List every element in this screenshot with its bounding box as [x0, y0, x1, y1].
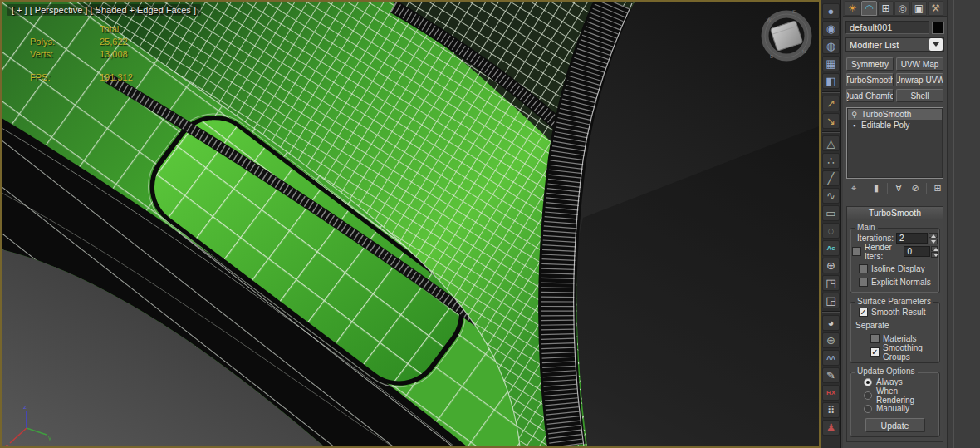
smoothing-groups-checkbox[interactable]: [870, 347, 880, 357]
render-iters-label: Render Iters:: [865, 243, 901, 261]
stack-item-editable-poly[interactable]: ▪ Editable Poly: [848, 120, 942, 130]
update-options-group: Update Options Always When Rendering Man…: [850, 372, 940, 437]
remove-modifier-icon[interactable]: ⊘: [909, 183, 921, 194]
iterations-label: Iterations:: [857, 234, 894, 243]
always-radio[interactable]: [864, 378, 872, 386]
object-name-field[interactable]: default001: [845, 21, 929, 34]
circle-icon[interactable]: ◌: [822, 223, 840, 239]
stack-item-label: Editable Poly: [861, 121, 909, 130]
unwrap-uvw-button[interactable]: Unwrap UVW: [896, 73, 943, 86]
axis-y-label: y: [48, 434, 51, 441]
smooth-result-checkbox[interactable]: [859, 308, 868, 317]
pin-stack-icon[interactable]: ⌖: [848, 183, 860, 194]
hand-pen-icon[interactable]: ✎: [822, 367, 840, 383]
geosphere-icon[interactable]: ◉: [822, 21, 840, 37]
axis-x-label: x: [5, 442, 8, 446]
stats-polys-value: 25,622: [100, 36, 128, 48]
axis-letters-icon[interactable]: RX: [822, 385, 840, 401]
isoline-display-checkbox[interactable]: [859, 264, 868, 273]
scripts-toolbar: ● ◉ ◍ ▦ ◧ ↗ ↘ △ ∴ ╱ ∿ ▭ ◌ Ac ⊕ ◳ ◲ ◕ ⊕ Λ…: [821, 0, 841, 448]
stats-fps-label: FPS:: [30, 71, 100, 84]
sphere-icon[interactable]: ●: [822, 3, 840, 19]
smooth-result-label: Smooth Result: [871, 308, 926, 317]
tab-display[interactable]: ▣: [911, 1, 927, 16]
tab-modify[interactable]: ◠: [861, 1, 877, 16]
display-icon: ▣: [914, 2, 924, 14]
main-group: Main Iterations: 2 Render Iters: 0 Isoli…: [850, 228, 940, 293]
text-tool-icon[interactable]: Ac: [822, 240, 840, 256]
viewcube-south-label[interactable]: S: [792, 9, 796, 14]
viewcube-north-label[interactable]: N: [802, 49, 806, 54]
line-icon[interactable]: ╱: [822, 170, 840, 186]
viewcube-west-label[interactable]: W: [767, 17, 772, 22]
dot-grid-icon[interactable]: ⠿: [822, 402, 840, 418]
sphere-array-icon[interactable]: ◕: [822, 315, 840, 331]
update-options-label: Update Options: [855, 367, 918, 376]
manually-radio[interactable]: [864, 405, 872, 413]
object-color-swatch[interactable]: [932, 22, 944, 34]
mouse-tool-icon[interactable]: ◳: [822, 275, 840, 291]
isoline-display-label: Isoline Display: [871, 264, 924, 273]
tab-motion[interactable]: ◎: [894, 1, 910, 16]
stack-item-turbosmooth[interactable]: ⚲ TurboSmooth: [848, 109, 942, 120]
stats-total-label: Total: [100, 23, 119, 36]
sphere-add-icon[interactable]: ⊕: [822, 332, 840, 348]
box-icon[interactable]: ◧: [822, 73, 840, 89]
turbosmooth-button[interactable]: TurboSmooth: [846, 73, 894, 86]
materials-checkbox[interactable]: [870, 334, 880, 343]
perspective-viewport[interactable]: W S N E z x y [ + ] [ Perspective ] [ Sh…: [0, 0, 821, 448]
iterations-spinner[interactable]: [929, 233, 938, 244]
uvw-map-button[interactable]: UVW Map: [896, 57, 943, 71]
hierarchy-icon: ⊞: [881, 2, 889, 14]
sparkle-icon[interactable]: ∴: [822, 153, 840, 169]
stack-toolbar: ⌖ ▮ ∀ ⊘ ⊞: [848, 181, 943, 194]
stats-fps-value: 191.312: [100, 71, 133, 84]
tab-create[interactable]: ☀: [845, 1, 860, 16]
panel-gutter: [947, 0, 980, 448]
symmetry-button[interactable]: Symmetry: [846, 57, 894, 71]
export-crate-icon[interactable]: ↗: [822, 96, 840, 111]
modifier-list-dropdown[interactable]: Modifier List: [845, 37, 944, 52]
chevron-down-icon[interactable]: [929, 38, 943, 51]
shell-button[interactable]: Shell: [896, 89, 943, 102]
render-iters-spinner[interactable]: [931, 246, 938, 258]
create-icon: ☀: [848, 2, 857, 14]
mouse-tool2-icon[interactable]: ◲: [822, 293, 840, 308]
rollout-header[interactable]: - TurboSmooth: [847, 207, 943, 219]
quad-chamfer-button[interactable]: Quad Chamfer: [846, 89, 894, 102]
rectangle-icon[interactable]: ▭: [822, 205, 840, 221]
grid-array-icon[interactable]: ▦: [822, 56, 840, 71]
biped-icon[interactable]: ΛΛ: [822, 350, 840, 366]
make-unique-icon[interactable]: ∀: [893, 183, 904, 194]
spline-curve-icon[interactable]: ∿: [822, 188, 840, 204]
surface-parameters-label: Surface Parameters: [855, 297, 933, 306]
collapse-icon[interactable]: -: [847, 208, 859, 218]
crosshair-icon[interactable]: ⊕: [822, 258, 840, 273]
viewcube-east-label[interactable]: E: [770, 54, 773, 59]
always-label: Always: [876, 377, 903, 386]
biped-red-icon[interactable]: ♟: [822, 420, 840, 436]
viewport-label[interactable]: [ + ] [ Perspective ] [ Shaded + Edged F…: [7, 4, 201, 16]
main-group-label: Main: [855, 223, 878, 232]
update-button[interactable]: Update: [865, 418, 925, 432]
when-rendering-label: When Rendering: [876, 386, 938, 405]
when-rendering-radio[interactable]: [864, 391, 872, 400]
configure-modifier-sets-icon[interactable]: ⊞: [932, 183, 943, 194]
spline-triangle-icon[interactable]: △: [822, 135, 840, 151]
render-iters-checkbox[interactable]: [852, 247, 861, 256]
modifier-bulb-icon[interactable]: ⚲: [850, 111, 858, 119]
tab-utilities[interactable]: ⚒: [928, 1, 943, 16]
explicit-normals-label: Explicit Normals: [871, 278, 931, 287]
separate-label: Separate: [855, 321, 889, 330]
show-end-result-icon[interactable]: ▮: [870, 183, 882, 194]
editable-poly-icon: ▪: [850, 121, 858, 130]
stats-verts-value: 13,008: [100, 48, 128, 61]
motion-icon: ◎: [898, 2, 906, 14]
cylinder-icon[interactable]: ◍: [822, 38, 840, 54]
stats-polys-label: Polys:: [30, 36, 100, 48]
render-iters-field[interactable]: 0: [904, 246, 929, 257]
explicit-normals-checkbox[interactable]: [859, 278, 868, 287]
import-crate-icon[interactable]: ↘: [822, 113, 840, 129]
axis-z-label: z: [23, 403, 27, 411]
tab-hierarchy[interactable]: ⊞: [878, 1, 894, 16]
